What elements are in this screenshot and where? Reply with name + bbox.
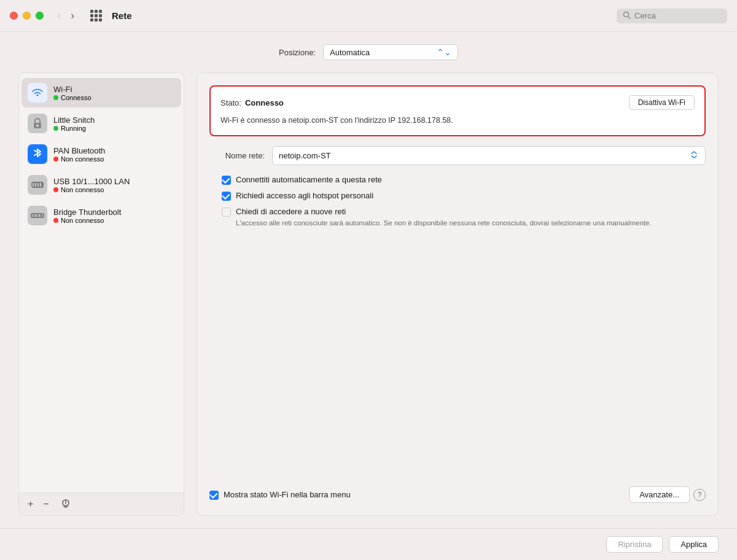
usb-status-dot	[53, 187, 58, 192]
auto-connect-label: Connettiti automaticamente a questa rete	[236, 175, 382, 184]
titlebar: ‹ › Rete	[0, 0, 737, 32]
sidebar-item-usb-name: USB 10/1...1000 LAN	[53, 177, 130, 186]
maximize-button[interactable]	[36, 12, 44, 20]
add-network-button[interactable]: +	[24, 497, 37, 511]
sidebar-item-bridge-info: Bridge Thunderbolt Non connesso	[53, 208, 121, 224]
ask-new-checkbox-row[interactable]: Chiedi di accedere a nuove reti	[222, 207, 706, 217]
status-label-area: Stato: Connesso	[220, 98, 284, 107]
bridge-status-dot	[53, 218, 58, 223]
show-wifi-label: Mostra stato Wi-Fi nella barra menu	[224, 490, 351, 499]
sidebar-item-usb-lan[interactable]: USB 10/1...1000 LAN Non connesso	[21, 170, 181, 200]
position-select[interactable]: Automatica ⌃⌄	[323, 44, 458, 60]
minus-icon: −	[43, 499, 49, 510]
search-box[interactable]	[617, 9, 727, 23]
auto-connect-row: Connettiti automaticamente a questa rete	[222, 175, 706, 185]
ask-new-checkbox[interactable]	[222, 208, 231, 217]
sidebar-item-bluetooth-status: Non connesso	[53, 155, 105, 163]
sidebar-list: Wi-Fi Connesso	[19, 73, 184, 492]
svg-point-3	[37, 125, 39, 126]
sidebar-item-bluetooth-name: PAN Bluetooth	[53, 146, 105, 155]
close-button[interactable]	[10, 12, 18, 20]
spacer	[209, 238, 706, 476]
forward-button[interactable]: ›	[67, 8, 78, 23]
sidebar-item-bridge-name: Bridge Thunderbolt	[53, 208, 121, 217]
status-value: Connesso	[245, 98, 284, 107]
svg-point-15	[65, 504, 66, 505]
auto-connect-checkbox[interactable]	[222, 176, 231, 185]
grid-icon	[90, 10, 102, 21]
sidebar-item-little-snitch-name: Little Snitch	[53, 115, 95, 125]
usb-status-text: Non connesso	[61, 186, 104, 193]
sidebar-item-little-snitch[interactable]: Little Snitch Running	[21, 109, 181, 138]
footer: Ripristina Applica	[0, 528, 737, 560]
disable-wifi-button[interactable]: Disattiva Wi-Fi	[629, 95, 695, 110]
sidebar-item-usb-status: Non connesso	[53, 186, 130, 193]
ask-new-network-section: Chiedi di accedere a nuove reti L'access…	[222, 207, 706, 228]
search-icon	[623, 11, 631, 21]
show-wifi-checkbox[interactable]	[209, 491, 219, 500]
usb-icon	[28, 175, 47, 195]
sidebar-item-bridge-status: Non connesso	[53, 217, 121, 224]
back-button[interactable]: ‹	[53, 8, 64, 23]
position-label: Posizione:	[279, 48, 316, 57]
hotspot-label: Richiedi accesso agli hotspot personali	[236, 191, 373, 200]
svg-point-11	[36, 214, 39, 217]
network-name-value: netoip.com-ST	[279, 151, 331, 160]
bridge-status-text: Non connesso	[61, 217, 104, 224]
sidebar-item-usb-info: USB 10/1...1000 LAN Non connesso	[53, 177, 130, 193]
network-name-row: Nome rete: netoip.com-ST	[209, 146, 706, 165]
remove-network-button[interactable]: −	[39, 497, 52, 511]
chevron-right-icon: ›	[71, 9, 74, 22]
bottom-left: Mostra stato Wi-Fi nella barra menu	[209, 490, 351, 500]
sidebar-item-bluetooth-info: PAN Bluetooth Non connesso	[53, 146, 105, 163]
sidebar-item-wifi[interactable]: Wi-Fi Connesso	[21, 78, 181, 107]
hotspot-checkbox[interactable]	[222, 192, 231, 201]
sidebar-item-pan-bluetooth[interactable]: PAN Bluetooth Non connesso	[21, 139, 181, 169]
actions-button[interactable]	[55, 497, 76, 511]
position-select-value: Automatica	[330, 48, 370, 57]
checkbox-section: Connettiti automaticamente a questa rete…	[209, 175, 706, 228]
chevron-left-icon: ‹	[57, 9, 61, 22]
lock-icon	[28, 114, 47, 133]
ask-new-note: L'accesso alle reti conosciute sarà auto…	[236, 218, 706, 228]
bottom-bar: Mostra stato Wi-Fi nella barra menu Avan…	[209, 486, 706, 503]
traffic-lights	[10, 12, 44, 20]
network-name-arrow-icon	[689, 150, 699, 161]
bluetooth-icon	[28, 144, 47, 164]
position-select-arrow-icon: ⌃⌄	[437, 47, 451, 57]
ask-new-label: Chiedi di accedere a nuove reti	[236, 207, 346, 216]
wifi-status-dot	[53, 95, 58, 100]
sidebar-item-wifi-status: Connesso	[53, 94, 92, 101]
auto-connect-checkbox-row[interactable]: Connettiti automaticamente a questa rete	[222, 175, 706, 185]
apply-button[interactable]: Applica	[669, 536, 719, 553]
window-title: Rete	[112, 10, 617, 21]
restore-button[interactable]: Ripristina	[606, 536, 663, 553]
network-name-select[interactable]: netoip.com-ST	[272, 146, 706, 165]
bluetooth-status-dot	[53, 157, 58, 161]
help-button[interactable]: ?	[693, 489, 706, 501]
svg-point-12	[40, 214, 42, 217]
nav-buttons: ‹ ›	[53, 8, 78, 23]
little-snitch-status-dot	[53, 126, 58, 131]
hotspot-checkbox-row[interactable]: Richiedi accesso agli hotspot personali	[222, 191, 706, 201]
advanced-button[interactable]: Avanzate...	[629, 486, 690, 503]
grid-view-button[interactable]	[85, 7, 107, 24]
status-description: Wi-Fi è connesso a netoip.com-ST con l'i…	[220, 115, 695, 126]
sidebar-item-bridge-thunderbolt[interactable]: Bridge Thunderbolt Non connesso	[21, 201, 181, 230]
status-label-text: Stato:	[220, 98, 241, 107]
plus-icon: +	[28, 499, 33, 510]
search-input[interactable]	[634, 11, 721, 20]
wifi-icon	[28, 83, 47, 103]
bluetooth-status-text: Non connesso	[61, 155, 104, 163]
sidebar-item-wifi-name: Wi-Fi	[53, 85, 92, 94]
svg-point-0	[624, 12, 629, 17]
status-row: Stato: Connesso Disattiva Wi-Fi	[220, 95, 695, 110]
bridge-icon	[28, 206, 47, 225]
network-name-label: Nome rete:	[209, 151, 265, 160]
sidebar-item-little-snitch-info: Little Snitch Running	[53, 115, 95, 132]
right-panel: Stato: Connesso Disattiva Wi-Fi Wi-Fi è …	[197, 72, 719, 516]
sidebar: Wi-Fi Connesso	[18, 72, 184, 516]
hotspot-row: Richiedi accesso agli hotspot personali	[222, 191, 706, 201]
minimize-button[interactable]	[23, 12, 31, 20]
body-area: Wi-Fi Connesso	[18, 72, 719, 516]
